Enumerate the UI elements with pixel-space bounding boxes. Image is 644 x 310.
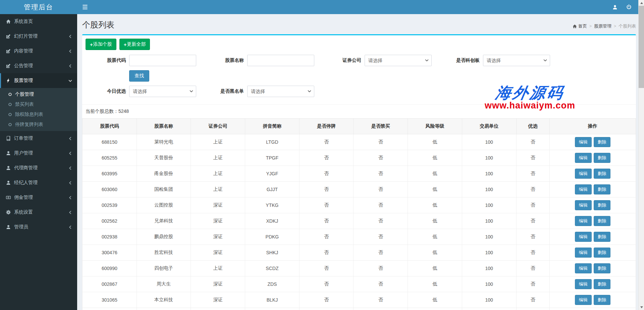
home-icon: [573, 24, 577, 29]
submenu-item-forbidden-list[interactable]: 禁买列表: [0, 99, 77, 109]
edit-button[interactable]: 编辑: [575, 153, 592, 163]
cell-risk: 低: [408, 261, 462, 276]
sidebar-item-label: 用户管理: [14, 150, 68, 156]
delete-button[interactable]: 删除: [594, 263, 610, 273]
edit-button[interactable]: 编辑: [575, 216, 592, 226]
edit-button[interactable]: 编辑: [575, 200, 592, 210]
submenu-item-suspend-resume-list[interactable]: 停牌复牌列表: [0, 120, 77, 130]
sidebar-item-users[interactable]: 用户管理: [0, 146, 77, 161]
sidebar: 管理后台 系统首页 幻灯片管理 内容管理 公告管理: [0, 0, 77, 310]
cell-code: 002867: [83, 276, 137, 292]
edit-button[interactable]: 编辑: [575, 279, 592, 289]
vertical-scrollbar[interactable]: [638, 0, 644, 310]
sidebar-toggle-button[interactable]: [77, 0, 93, 14]
delete-button[interactable]: 删除: [594, 232, 610, 242]
star-market-select[interactable]: 请选择: [483, 55, 550, 66]
delete-button[interactable]: 删除: [594, 184, 610, 194]
cell-company: 深证: [191, 197, 245, 213]
page-title: 个股列表: [82, 19, 114, 30]
delete-button[interactable]: 删除: [594, 169, 610, 179]
cell-risk: 低: [408, 197, 462, 213]
filter-today-preferred: 今日优选 请选择: [86, 86, 196, 97]
sidebar-item-announcements[interactable]: 公告管理: [0, 58, 77, 73]
breadcrumb-stocks[interactable]: 股票管理: [594, 23, 611, 29]
chevron-left-icon: [68, 35, 72, 38]
chevron-left-icon: [68, 49, 72, 53]
add-stock-button[interactable]: + 添加个股: [86, 39, 116, 50]
edit-button[interactable]: 编辑: [575, 295, 592, 305]
update-all-button[interactable]: + 更新全部: [119, 39, 150, 50]
sidebar-item-content[interactable]: 内容管理: [0, 44, 77, 58]
edit-button[interactable]: 编辑: [575, 137, 592, 147]
cell-unit: 100: [462, 182, 516, 197]
logout-button[interactable]: [622, 0, 636, 14]
cell-forbidden: 否: [354, 166, 408, 182]
triangle-down-icon: [640, 306, 643, 308]
sidebar-item-label: 股票管理: [14, 78, 68, 84]
sidebar-item-brokers[interactable]: 经纪人管理: [0, 175, 77, 190]
col-suspended: 是否停牌: [299, 119, 354, 134]
cell-company: 深证: [191, 229, 245, 245]
cell-pinyin: PDKG: [245, 229, 300, 245]
edit-button[interactable]: 编辑: [575, 232, 592, 242]
delete-button[interactable]: 删除: [594, 200, 610, 210]
delete-button[interactable]: 删除: [594, 216, 610, 226]
filter-stock-code: 股票代码: [86, 55, 196, 66]
delete-button[interactable]: 删除: [594, 279, 610, 289]
cell-company: 深证: [191, 213, 245, 229]
sidebar-item-slides[interactable]: 幻灯片管理: [0, 29, 77, 44]
cell-risk: 低: [408, 276, 462, 292]
filter-row-1: 股票代码 股票名称 证券公司 请选择: [86, 55, 633, 66]
cell-preferred: 否: [516, 245, 549, 261]
sidebar-item-stocks[interactable]: 股票管理: [0, 73, 77, 88]
submenu-item-stock-manage[interactable]: 个股管理: [0, 89, 77, 99]
sidebar-item-orders[interactable]: 订单管理: [0, 131, 77, 146]
cell-forbidden: 否: [354, 134, 408, 150]
scrollbar-up-button[interactable]: [639, 0, 644, 6]
stock-code-input[interactable]: [129, 55, 196, 66]
cell-pinyin: YJGF: [245, 166, 300, 182]
today-preferred-select[interactable]: 请选择: [129, 86, 196, 97]
edit-icon: [6, 49, 11, 53]
chevron-left-icon: [68, 151, 72, 155]
sidebar-item-home[interactable]: 系统首页: [0, 14, 77, 29]
sidebar-item-admins[interactable]: 管理员: [0, 220, 77, 234]
edit-button[interactable]: 编辑: [575, 263, 592, 273]
blacklist-select[interactable]: 请选择: [247, 86, 314, 97]
toolbar: + 添加个股 + 更新全部: [86, 39, 633, 50]
scrollbar-thumb[interactable]: [639, 6, 644, 88]
edit-button[interactable]: 编辑: [575, 248, 592, 258]
delete-button[interactable]: 删除: [594, 295, 610, 305]
sidebar-item-label: 幻灯片管理: [14, 33, 68, 39]
user-menu-button[interactable]: [608, 0, 622, 14]
breadcrumb-current: 个股列表: [619, 23, 636, 29]
scrollbar-down-button[interactable]: [639, 304, 644, 310]
sidebar-item-agents[interactable]: 代理商管理: [0, 161, 77, 175]
sidebar-item-commission[interactable]: 佣金管理: [0, 190, 77, 205]
stock-count-value: 5248: [118, 108, 129, 114]
stock-name-input[interactable]: [247, 55, 314, 66]
delete-button[interactable]: 删除: [594, 153, 610, 163]
sidebar-item-label: 订单管理: [14, 135, 68, 141]
edit-button[interactable]: 编辑: [575, 169, 592, 179]
submenu-item-exright-list[interactable]: 除权除息列表: [0, 109, 77, 120]
cell-unit: 100: [462, 276, 516, 292]
cell-preferred: 否: [516, 292, 549, 308]
col-pinyin: 拼音简称: [245, 119, 300, 134]
table-header-row: 股票代码 股票名称 证券公司 拼音简称 是否停牌 是否禁买 风险等级 交易单位 …: [83, 119, 636, 134]
brand-logo[interactable]: 管理后台: [0, 0, 77, 14]
cell-company: 上证: [191, 150, 245, 166]
cell-forbidden: 否: [354, 182, 408, 197]
delete-button[interactable]: 删除: [594, 137, 610, 147]
stock-list-box: + 添加个股 + 更新全部 股票代码: [82, 34, 636, 310]
sidebar-item-label: 系统首页: [14, 18, 72, 25]
securities-company-select[interactable]: 请选择: [365, 55, 432, 66]
sidebar-item-settings[interactable]: 系统设置: [0, 205, 77, 220]
table-row: 605255天普股份上证TPGF否否低100否编辑删除: [83, 150, 636, 166]
search-button[interactable]: 查找: [129, 70, 149, 82]
edit-button[interactable]: 编辑: [575, 184, 592, 194]
breadcrumb-home[interactable]: 首页: [573, 23, 587, 29]
sidebar-item-label: 公告管理: [14, 63, 68, 69]
delete-button[interactable]: 删除: [594, 248, 610, 258]
cell-company: 上证: [191, 134, 245, 150]
